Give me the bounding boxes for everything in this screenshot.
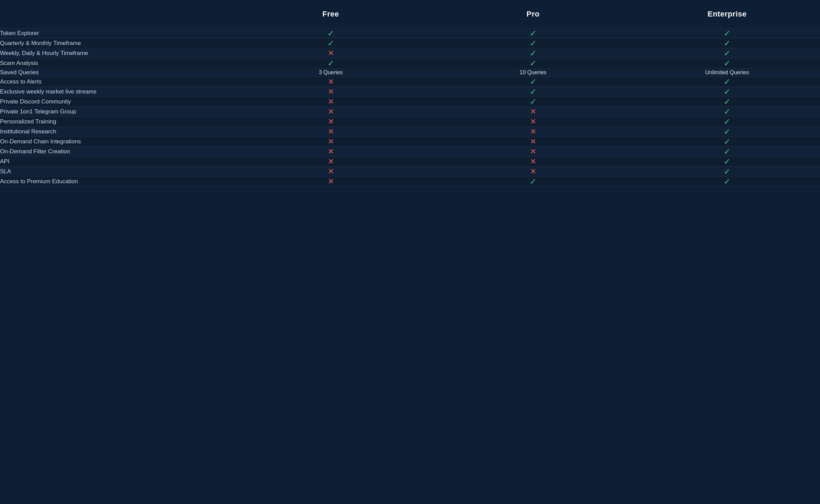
check-icon: ✓: [724, 127, 731, 136]
pro-value: ✓: [432, 58, 634, 68]
enterprise-value: ✓: [634, 107, 820, 117]
cross-icon: ✕: [328, 107, 334, 116]
cross-icon: ✕: [328, 87, 334, 96]
free-value: ✓: [230, 29, 432, 39]
feature-label: Institutional Research: [0, 127, 230, 136]
enterprise-value: ✓: [634, 87, 820, 97]
check-icon: ✓: [724, 137, 731, 146]
feature-label: Access to Alerts: [0, 77, 230, 87]
check-icon: ✓: [724, 58, 731, 68]
free-value: ✕: [230, 166, 432, 176]
feature-label: Private Discord Community: [0, 97, 230, 107]
pro-value: ✓: [432, 48, 634, 58]
cross-icon: ✕: [530, 127, 536, 136]
enterprise-value: ✓: [634, 136, 820, 146]
enterprise-column-header: Enterprise: [634, 0, 820, 29]
pro-value: ✓: [432, 29, 634, 39]
check-icon: ✓: [327, 29, 334, 38]
cross-icon: ✕: [328, 147, 334, 156]
table-row: Weekly, Daily & Hourly Timeframe✕✓✓: [0, 48, 820, 58]
feature-column-header: [0, 0, 230, 29]
check-icon: ✓: [530, 29, 537, 38]
table-row: Access to Alerts✕✓✓: [0, 77, 820, 87]
free-value: ✕: [230, 176, 432, 186]
pro-value: 10 Queries: [432, 68, 634, 77]
table-row: Access to Premium Education✕✓✓: [0, 176, 820, 186]
check-icon: ✓: [724, 167, 731, 176]
feature-label: Exclusive weekly market live streams: [0, 87, 230, 97]
check-icon: ✓: [327, 39, 334, 48]
enterprise-value: ✓: [634, 176, 820, 186]
check-icon: ✓: [530, 87, 537, 96]
pro-value: ✕: [432, 136, 634, 146]
check-icon: ✓: [530, 58, 537, 68]
cross-icon: ✕: [328, 97, 334, 106]
text-value: 10 Queries: [520, 69, 547, 75]
pro-value: ✓: [432, 176, 634, 186]
check-icon: ✓: [724, 39, 731, 48]
feature-label: Token Explorer: [0, 29, 230, 39]
pro-value: ✕: [432, 166, 634, 176]
feature-label: Saved Queries: [0, 68, 230, 77]
feature-label: SLA: [0, 166, 230, 176]
enterprise-value: ✓: [634, 29, 820, 39]
free-value: 3 Queries: [230, 68, 432, 77]
enterprise-value: ✓: [634, 117, 820, 127]
cross-icon: ✕: [328, 77, 334, 86]
pricing-comparison-table: Free Pro Enterprise Token Explorer✓✓✓Qua…: [0, 0, 820, 187]
pro-value: ✓: [432, 77, 634, 87]
pro-value: ✕: [432, 107, 634, 117]
check-icon: ✓: [724, 29, 731, 38]
table-row: Private Discord Community✕✓✓: [0, 97, 820, 107]
table-row: Scam Analysis✓✓✓: [0, 58, 820, 68]
feature-label: On-Demand Chain Integrations: [0, 136, 230, 146]
free-value: ✓: [230, 58, 432, 68]
enterprise-value: ✓: [634, 97, 820, 107]
cross-icon: ✕: [328, 167, 334, 176]
text-value: Unlimited Queries: [705, 69, 749, 75]
table-row: On-Demand Filter Creation✕✕✓: [0, 146, 820, 156]
check-icon: ✓: [724, 87, 731, 96]
table-row: Private 1on1 Telegram Group✕✕✓: [0, 107, 820, 117]
table-row: On-Demand Chain Integrations✕✕✓: [0, 136, 820, 146]
table-row: SLA✕✕✓: [0, 166, 820, 176]
enterprise-value: ✓: [634, 77, 820, 87]
table-row: Saved Queries3 Queries10 QueriesUnlimite…: [0, 68, 820, 77]
enterprise-value: ✓: [634, 48, 820, 58]
table-row: Personalized Training✕✕✓: [0, 117, 820, 127]
free-value: ✕: [230, 156, 432, 166]
cross-icon: ✕: [530, 137, 536, 146]
cross-icon: ✕: [328, 137, 334, 146]
pro-column-header: Pro: [432, 0, 634, 29]
feature-label: Private 1on1 Telegram Group: [0, 107, 230, 117]
pro-value: ✓: [432, 39, 634, 48]
free-value: ✕: [230, 136, 432, 146]
cross-icon: ✕: [328, 117, 334, 126]
cross-icon: ✕: [530, 107, 536, 116]
check-icon: ✓: [724, 107, 731, 116]
check-icon: ✓: [724, 48, 731, 58]
pro-value: ✕: [432, 117, 634, 127]
table-row: API✕✕✓: [0, 156, 820, 166]
free-value: ✕: [230, 127, 432, 136]
pro-value: ✕: [432, 127, 634, 136]
check-icon: ✓: [530, 48, 537, 58]
check-icon: ✓: [530, 97, 537, 106]
enterprise-value: ✓: [634, 146, 820, 156]
cross-icon: ✕: [328, 127, 334, 136]
check-icon: ✓: [724, 117, 731, 126]
check-icon: ✓: [724, 147, 731, 156]
feature-label: Access to Premium Education: [0, 176, 230, 186]
enterprise-value: ✓: [634, 166, 820, 176]
free-value: ✕: [230, 87, 432, 97]
free-value: ✕: [230, 48, 432, 58]
free-value: ✕: [230, 146, 432, 156]
check-icon: ✓: [530, 177, 537, 186]
cross-icon: ✕: [530, 147, 536, 156]
check-icon: ✓: [724, 157, 731, 166]
enterprise-value: ✓: [634, 58, 820, 68]
pro-value: ✕: [432, 156, 634, 166]
check-icon: ✓: [724, 97, 731, 106]
check-icon: ✓: [724, 177, 731, 186]
free-value: ✕: [230, 97, 432, 107]
